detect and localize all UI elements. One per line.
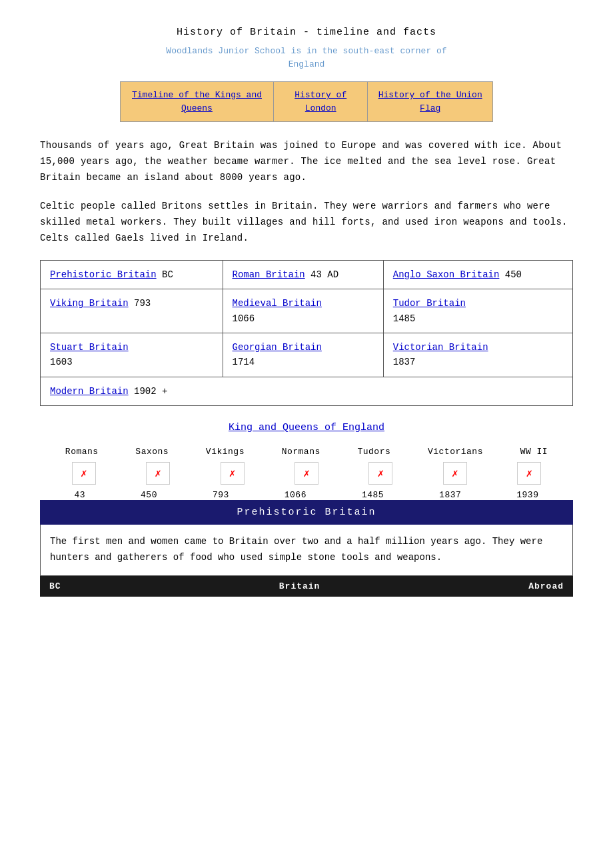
era-image-tudors[interactable]: ✗ [368,462,392,485]
grid-cell-victorian[interactable]: Victorian Britain1837 [383,333,572,377]
era-image-wwii[interactable]: ✗ [517,462,541,485]
nav-link-flag[interactable]: History of the Union Flag [378,90,482,113]
year-1837: 1837 [439,490,461,500]
year-793: 793 [213,490,229,500]
grid-cell-anglosaxon[interactable]: Anglo Saxon Britain 450 [383,260,572,289]
era-image-victorians[interactable]: ✗ [443,462,467,485]
era-label-saxons: Saxons [135,447,169,457]
link-georgian[interactable]: Georgian Britain [233,342,322,353]
link-tudor[interactable]: Tudor Britain [393,298,466,309]
nav-table: Timeline of the Kings and Queens History… [120,81,493,122]
link-prehistoric[interactable]: Prehistoric Britain [50,269,157,280]
year-43: 43 [74,490,85,500]
year-1485: 1485 [362,490,384,500]
grid-cell-roman[interactable]: Roman Britain 43 AD [223,260,383,289]
prehistoric-section: Prehistoric Britain The first men and wo… [40,500,573,597]
era-label-tudors: Tudors [357,447,390,457]
nav-link-london[interactable]: History of London [295,90,346,113]
grid-cell-modern[interactable]: Modern Britain 1902 + [41,377,573,405]
link-victorian[interactable]: Victorian Britain [393,342,488,353]
link-modern[interactable]: Modern Britain [50,386,129,397]
grid-cell-prehistoric[interactable]: Prehistoric Britain BC [41,260,223,289]
era-label-vikings: Vikings [206,447,245,457]
nav-cell-kings[interactable]: Timeline of the Kings and Queens [121,82,274,122]
era-label-normans: Normans [282,447,320,457]
prehistoric-text: The first men and women came to Britain … [40,525,573,576]
timeline-grid: Prehistoric Britain BC Roman Britain 43 … [40,260,573,406]
grid-cell-stuart[interactable]: Stuart Britain1603 [41,333,223,377]
bc-bar: BC Britain Abroad [40,576,573,597]
era-image-romans[interactable]: ✗ [72,462,96,485]
link-medieval[interactable]: Medieval Britain [233,298,322,309]
grid-cell-tudor[interactable]: Tudor Britain1485 [383,289,572,333]
era-label-victorians: Victorians [428,447,483,457]
paragraph-1: Thousands of years ago, Great Britain wa… [40,138,573,185]
nav-link-kings[interactable]: Timeline of the Kings and Queens [132,90,262,113]
era-image-saxons[interactable]: ✗ [146,462,170,485]
link-stuart[interactable]: Stuart Britain [50,342,129,353]
kings-queens-section: King and Queens of England [40,422,573,433]
era-image-vikings[interactable]: ✗ [221,462,245,485]
britain-label: Britain [80,576,519,597]
timeline-images-row: ✗ ✗ ✗ ✗ ✗ ✗ ✗ [40,462,573,485]
nav-cell-london[interactable]: History of London [274,82,368,122]
link-viking[interactable]: Viking Britain [50,298,129,309]
link-anglosaxon[interactable]: Anglo Saxon Britain [393,269,500,280]
year-450: 450 [141,490,157,500]
abroad-label: Abroad [519,576,573,597]
year-1939: 1939 [516,490,538,500]
era-image-normans[interactable]: ✗ [295,462,318,485]
era-labels-row: Romans Saxons Vikings Normans Tudors Vic… [40,447,573,457]
prehistoric-banner: Prehistoric Britain [40,500,573,525]
bc-label: BC [40,576,80,597]
grid-cell-medieval[interactable]: Medieval Britain1066 [223,289,383,333]
era-label-romans: Romans [65,447,99,457]
page-title: History of Britain - timeline and facts [40,27,573,38]
subtitle: Woodlands Junior School is in the south-… [40,45,573,71]
paragraph-2: Celtic people called Britons settles in … [40,199,573,246]
year-labels-row: 43 450 793 1066 1485 1837 1939 [40,490,573,500]
kings-queens-link[interactable]: King and Queens of England [229,422,384,433]
era-label-wwii: WW II [520,447,548,457]
grid-cell-viking[interactable]: Viking Britain 793 [41,289,223,333]
year-1066: 1066 [285,490,306,500]
nav-cell-flag[interactable]: History of the Union Flag [368,82,493,122]
link-roman[interactable]: Roman Britain [233,269,305,280]
grid-cell-georgian[interactable]: Georgian Britain1714 [223,333,383,377]
